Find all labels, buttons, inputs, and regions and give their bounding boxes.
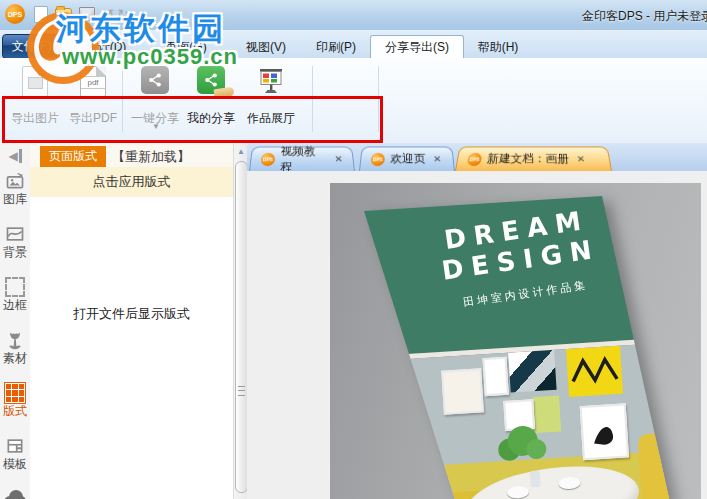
template-icon xyxy=(4,435,26,457)
sidebar-label: 模板 xyxy=(0,457,30,471)
doc-tab-label: 新建文档：画册 xyxy=(486,151,569,167)
share-icon xyxy=(141,66,169,94)
layout-grid-icon xyxy=(4,382,26,404)
background-icon xyxy=(4,223,26,245)
flower-icon xyxy=(4,329,26,351)
sidebar-item-background[interactable]: 背景 xyxy=(0,223,30,259)
sidebar-item-gallery[interactable]: 图库 xyxy=(0,170,30,206)
new-document-icon[interactable] xyxy=(32,5,50,23)
dps-badge-icon: DPS xyxy=(261,152,276,165)
panel-placeholder-text: 打开文件后显示版式 xyxy=(30,305,233,323)
menu-tab-page[interactable]: 页面(G) xyxy=(155,36,217,58)
panel-tab-page-layout[interactable]: 页面版式 xyxy=(40,146,106,167)
book-cover-green-area: DREAM DESIGN 田坤室内设计作品集 xyxy=(354,183,686,357)
sidebar: ◀ 图库 背景 边框 素材 版式 xyxy=(0,143,31,499)
title-bar: DPS ↺ ↻ ▾ 金印客DPS - 用户未登录 xyxy=(0,0,707,31)
document-area: DPS 视频教程 ✕ DPS 欢迎页 ✕ DPS 新建文档：画册 ✕ xyxy=(247,143,707,499)
sidebar-label: 图库 xyxy=(0,192,30,206)
redo-icon[interactable]: ↻ xyxy=(114,5,132,23)
sidebar-label: 版式 xyxy=(0,404,30,418)
close-icon[interactable]: ✕ xyxy=(334,154,343,164)
app-logo-icon: DPS xyxy=(5,4,25,24)
sidebar-label: 边框 xyxy=(0,298,30,312)
doc-tab-welcome[interactable]: DPS 欢迎页 ✕ xyxy=(359,147,455,171)
save-icon[interactable] xyxy=(78,5,96,23)
bird-frame xyxy=(580,403,629,460)
menu-tab-view[interactable]: 视图(V) xyxy=(235,36,297,58)
reload-link[interactable]: 【重新加载】 xyxy=(112,148,190,166)
book-mockup-photo: DREAM DESIGN 田坤室内设计作品集 xyxy=(330,183,701,499)
book-title: DREAM DESIGN 田坤室内设计作品集 xyxy=(351,183,686,324)
cloud-icon[interactable] xyxy=(4,488,26,499)
doc-tab-video-tutorial[interactable]: DPS 视频教程 ✕ xyxy=(249,147,355,171)
highlight-annotation-box xyxy=(2,96,383,143)
window-title: 金印客DPS - 用户未登录 xyxy=(582,8,707,25)
book-cover: DREAM DESIGN 田坤室内设计作品集 xyxy=(330,183,701,499)
menu-tab-share-export-active[interactable]: 分享导出(S) xyxy=(370,35,464,59)
menu-tab-print[interactable]: 印刷(P) xyxy=(305,36,367,58)
yellow-zigzag-frame xyxy=(566,346,623,397)
book-cover-interior-photo xyxy=(364,341,696,499)
sidebar-item-material[interactable]: 素材 xyxy=(0,329,30,365)
dps-badge-icon: DPS xyxy=(467,152,482,165)
sidebar-label: 背景 xyxy=(0,245,30,259)
document-tab-bar: DPS 视频教程 ✕ DPS 欢迎页 ✕ DPS 新建文档：画册 ✕ xyxy=(247,143,707,172)
app-window: DPS ↺ ↻ ▾ 金印客DPS - 用户未登录 文件(F) 设计(D) 页面(… xyxy=(0,0,707,499)
sidebar-label: 素材 xyxy=(0,351,30,365)
scroll-up-icon[interactable]: ▲ xyxy=(234,145,248,158)
menu-tab-design[interactable]: 设计(D) xyxy=(75,36,137,58)
sidebar-item-template[interactable]: 模板 xyxy=(0,435,30,471)
presentation-board-icon xyxy=(256,66,286,100)
layout-panel: 页面版式 【重新加载】 点击应用版式 打开文件后显示版式 xyxy=(30,143,233,499)
border-frame-icon xyxy=(4,276,26,298)
collapse-panel-icon[interactable]: ◀ xyxy=(0,149,30,163)
apply-layout-hint[interactable]: 点击应用版式 xyxy=(30,167,233,197)
pdf-file-icon: pdf xyxy=(80,66,106,97)
sidebar-item-border[interactable]: 边框 xyxy=(0,276,30,312)
dps-badge-icon: DPS xyxy=(370,152,385,165)
close-icon[interactable]: ✕ xyxy=(433,154,442,164)
open-file-icon[interactable] xyxy=(54,5,72,23)
gallery-icon xyxy=(4,170,26,192)
doc-tab-label: 欢迎页 xyxy=(390,151,426,167)
close-icon[interactable]: ✕ xyxy=(576,154,585,164)
menu-file-button[interactable]: 文件(F) xyxy=(2,34,61,59)
image-file-icon xyxy=(22,66,48,97)
sidebar-item-layout-active[interactable]: 版式 xyxy=(0,382,30,418)
scrollbar-grip xyxy=(238,386,245,396)
doc-tab-new-document-active[interactable]: DPS 新建文档：画册 ✕ xyxy=(455,147,612,171)
menu-tab-help[interactable]: 帮助(H) xyxy=(467,36,529,58)
document-canvas[interactable]: DREAM DESIGN 田坤室内设计作品集 xyxy=(247,171,707,499)
quick-access-caret-icon[interactable]: ▾ xyxy=(134,5,152,23)
